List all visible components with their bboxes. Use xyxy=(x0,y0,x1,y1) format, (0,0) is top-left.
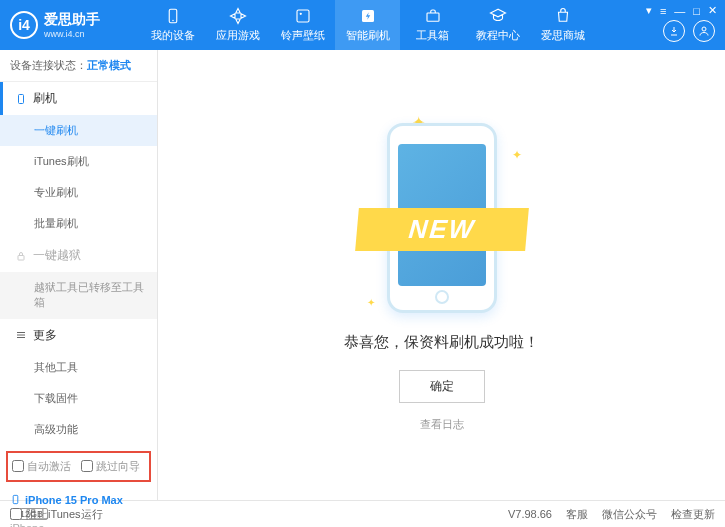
view-log-link[interactable]: 查看日志 xyxy=(420,417,464,432)
user-button[interactable] xyxy=(693,20,715,42)
sidebar-header-more[interactable]: 更多 xyxy=(0,319,157,352)
checkbox-skip-guide[interactable]: 跳过向导 xyxy=(81,459,140,474)
menu-icon xyxy=(15,329,27,341)
sidebar-item-itunes-flash[interactable]: iTunes刷机 xyxy=(0,146,157,177)
lock-icon xyxy=(15,250,27,262)
nav-apps-games[interactable]: 应用游戏 xyxy=(205,0,270,50)
svg-point-3 xyxy=(299,13,301,15)
sidebar-header-flash[interactable]: 刷机 xyxy=(0,82,157,115)
svg-point-6 xyxy=(702,27,706,31)
svg-rect-8 xyxy=(18,255,24,260)
download-icon xyxy=(668,25,680,37)
logo-area: i4 爱思助手 www.i4.cn xyxy=(10,11,140,39)
app-subtitle: www.i4.cn xyxy=(44,29,100,39)
svg-rect-9 xyxy=(13,496,18,504)
nav-ringtone-wallpaper[interactable]: 铃声壁纸 xyxy=(270,0,335,50)
sidebar-header-jailbreak: 一键越狱 xyxy=(0,239,157,272)
device-status: 设备连接状态：正常模式 xyxy=(0,50,157,82)
version-label: V7.98.66 xyxy=(508,508,552,520)
toolbox-icon xyxy=(424,7,442,25)
image-icon xyxy=(294,7,312,25)
checkbox-block-itunes[interactable]: 阻止iTunes运行 xyxy=(10,507,103,522)
sidebar: 设备连接状态：正常模式 刷机 一键刷机 iTunes刷机 专业刷机 批量刷机 一… xyxy=(0,50,158,500)
window-controls: ▾ ≡ — □ ✕ xyxy=(646,4,717,17)
svg-rect-7 xyxy=(19,94,24,103)
svg-point-1 xyxy=(172,20,174,22)
app-title: 爱思助手 xyxy=(44,11,100,29)
footer-link-support[interactable]: 客服 xyxy=(566,507,588,522)
options-icon[interactable]: ≡ xyxy=(660,5,666,17)
close-icon[interactable]: ✕ xyxy=(708,4,717,17)
logo-icon: i4 xyxy=(10,11,38,39)
content-area: ✦ ✦ ✦ NEW 恭喜您，保资料刷机成功啦！ 确定 查看日志 xyxy=(158,50,725,500)
phone-small-icon xyxy=(10,494,21,505)
sidebar-item-oneclick-flash[interactable]: 一键刷机 xyxy=(0,115,157,146)
tutorial-icon xyxy=(489,7,507,25)
nav-smart-flash[interactable]: 智能刷机 xyxy=(335,0,400,50)
flash-icon xyxy=(359,7,377,25)
apps-icon xyxy=(229,7,247,25)
download-button[interactable] xyxy=(663,20,685,42)
sidebar-item-pro-flash[interactable]: 专业刷机 xyxy=(0,177,157,208)
confirm-button[interactable]: 确定 xyxy=(399,370,485,403)
success-message: 恭喜您，保资料刷机成功啦！ xyxy=(344,333,539,352)
store-icon xyxy=(554,7,572,25)
svg-rect-5 xyxy=(427,13,439,21)
device-icon xyxy=(164,7,182,25)
menu-icon[interactable]: ▾ xyxy=(646,4,652,17)
sidebar-item-jailbreak-moved: 越狱工具已转移至工具箱 xyxy=(0,272,157,319)
sidebar-item-download-firmware[interactable]: 下载固件 xyxy=(0,383,157,414)
top-nav: 我的设备 应用游戏 铃声壁纸 智能刷机 工具箱 教程中心 爱思商城 xyxy=(140,0,595,50)
nav-my-device[interactable]: 我的设备 xyxy=(140,0,205,50)
sidebar-item-advanced[interactable]: 高级功能 xyxy=(0,414,157,445)
sidebar-item-other-tools[interactable]: 其他工具 xyxy=(0,352,157,383)
new-banner: NEW xyxy=(355,208,529,251)
nav-tutorial[interactable]: 教程中心 xyxy=(465,0,530,50)
options-highlighted-box: 自动激活 跳过向导 xyxy=(6,451,151,482)
user-icon xyxy=(698,25,710,37)
checkbox-auto-activate[interactable]: 自动激活 xyxy=(12,459,71,474)
device-name[interactable]: iPhone 15 Pro Max xyxy=(10,494,147,506)
minimize-icon[interactable]: — xyxy=(674,5,685,17)
svg-rect-2 xyxy=(297,10,309,22)
nav-store[interactable]: 爱思商城 xyxy=(530,0,595,50)
nav-toolbox[interactable]: 工具箱 xyxy=(400,0,465,50)
sidebar-item-batch-flash[interactable]: 批量刷机 xyxy=(0,208,157,239)
footer-link-update[interactable]: 检查更新 xyxy=(671,507,715,522)
app-header: i4 爱思助手 www.i4.cn 我的设备 应用游戏 铃声壁纸 智能刷机 工具… xyxy=(0,0,725,50)
success-illustration: ✦ ✦ ✦ NEW xyxy=(377,118,507,318)
device-type: iPhone xyxy=(10,522,147,527)
maximize-icon[interactable]: □ xyxy=(693,5,700,17)
footer-link-wechat[interactable]: 微信公众号 xyxy=(602,507,657,522)
phone-icon xyxy=(15,93,27,105)
